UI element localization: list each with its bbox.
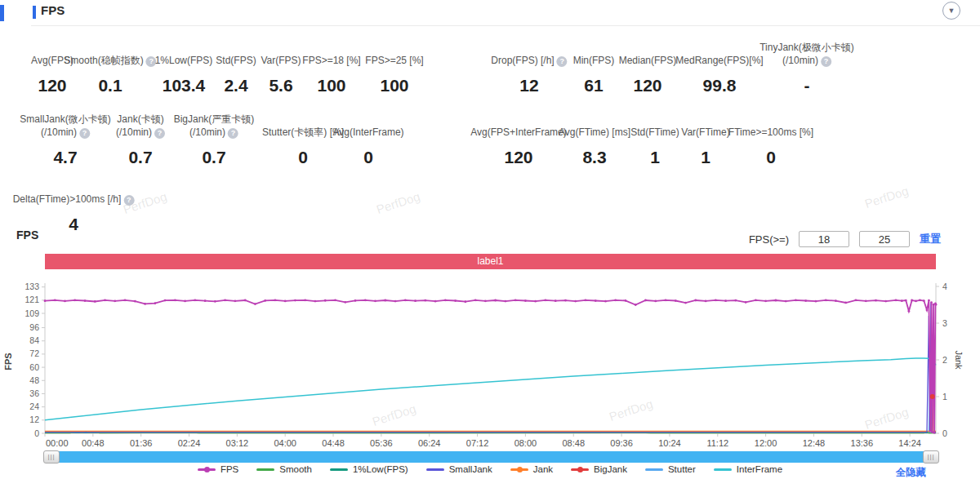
svg-text:10:24: 10:24: [658, 438, 681, 448]
svg-text:109: 109: [24, 308, 39, 318]
legend-swatch: [256, 468, 274, 471]
stat-value: 8.3: [582, 148, 606, 167]
svg-text:121: 121: [24, 295, 39, 304]
stat-value: -: [804, 76, 809, 95]
chart-scrollbar[interactable]: [45, 451, 936, 463]
svg-text:36: 36: [29, 388, 39, 398]
svg-text:0: 0: [942, 428, 947, 438]
scrollbar-right-grip[interactable]: [923, 450, 939, 463]
svg-text:07:12: 07:12: [466, 438, 489, 448]
chart-label-banner: label1: [45, 254, 936, 269]
legend-item-jank[interactable]: Jank: [510, 464, 553, 474]
stat-cell: SmallJank(微小卡顿)(/10min)?4.7: [20, 111, 110, 167]
help-icon[interactable]: ?: [123, 195, 134, 206]
svg-text:11:12: 11:12: [706, 438, 728, 448]
help-icon[interactable]: ?: [821, 56, 831, 67]
svg-text:84: 84: [29, 335, 39, 345]
legend-item-1-low-fps-[interactable]: 1%Low(FPS): [330, 464, 408, 474]
svg-text:1: 1: [942, 392, 947, 401]
fps-threshold-input-2[interactable]: [859, 231, 910, 247]
stat-cell: Var(FPS)5.6: [261, 39, 301, 95]
fps-chart: 012243648607284961091211330123400:0000:4…: [0, 280, 980, 448]
help-icon[interactable]: ?: [557, 56, 568, 67]
legend-swatch: [198, 468, 216, 471]
svg-text:08:00: 08:00: [514, 438, 537, 448]
stat-value: 0.7: [128, 148, 152, 167]
stat-value: 12: [519, 76, 538, 95]
legend-swatch: [426, 468, 444, 471]
legend-label: 1%Low(FPS): [353, 464, 408, 474]
legend-swatch: [510, 468, 528, 471]
help-icon[interactable]: ?: [79, 128, 90, 139]
stat-value: 2.4: [224, 76, 247, 95]
svg-text:2: 2: [942, 355, 947, 365]
collapse-section-button[interactable]: ▼: [942, 2, 960, 20]
svg-text:04:00: 04:00: [274, 438, 296, 448]
stat-label: TinyJank(极微小卡顿): [760, 41, 854, 54]
legend-label: Jank: [533, 464, 553, 474]
help-icon[interactable]: ?: [228, 128, 238, 139]
stat-label: Std(FTime): [630, 126, 679, 139]
stat-cell: Jank(卡顿)(/10min)?0.7: [116, 111, 165, 167]
stat-value: 120: [38, 76, 66, 95]
stat-label-line2: (/10min)?: [41, 126, 90, 139]
section-accent-bar: [33, 6, 36, 19]
stat-value: 5.6: [269, 76, 292, 95]
stat-label: BigJank(严重卡顿): [174, 113, 255, 126]
scrollbar-left-grip[interactable]: [43, 450, 60, 463]
reset-link[interactable]: 重置: [920, 232, 941, 246]
svg-text:13:36: 13:36: [851, 438, 874, 448]
legend-label: SmallJank: [449, 464, 492, 474]
stat-label: FPS>=25 [%]: [365, 54, 423, 67]
stat-cell: FPS>=18 [%]100: [302, 39, 360, 95]
stat-cell: Var(FTime)1: [681, 111, 729, 167]
stat-label-line2: (/10min)?: [782, 54, 831, 67]
stat-label: Avg(FTime) [ms]: [559, 126, 630, 139]
fps-threshold-controls: FPS(>=) 重置: [749, 231, 941, 247]
svg-text:00:48: 00:48: [82, 438, 105, 448]
svg-text:3: 3: [942, 318, 947, 328]
legend-item-smalljank[interactable]: SmallJank: [426, 464, 492, 474]
stat-cell: Std(FPS)2.4: [216, 39, 256, 95]
legend-item-bigjank[interactable]: BigJank: [571, 464, 627, 474]
svg-text:0: 0: [34, 428, 39, 438]
stat-cell: Smooth(稳帧指数)?0.1: [64, 39, 156, 95]
svg-text:00:00: 00:00: [46, 438, 69, 448]
stat-cell: FTime>=100ms [%]0: [728, 111, 813, 167]
stat-cell: Delta(FTime)>100ms [/h]?4: [13, 178, 135, 234]
stat-label: Avg(FPS+InterFrame): [470, 126, 566, 139]
fps-threshold-label: FPS(>=): [749, 233, 789, 246]
legend-label: Stutter: [668, 464, 696, 474]
fps-threshold-input-1[interactable]: [799, 231, 849, 247]
stat-label: FPS>=18 [%]: [302, 54, 360, 67]
stat-label: SmallJank(微小卡顿): [20, 113, 110, 126]
stat-label-line2: (/10min)?: [116, 126, 165, 139]
stat-label: Smooth(稳帧指数)?: [64, 54, 156, 67]
stat-label: Min(FPS): [573, 54, 615, 67]
stats-row-1: Avg(FPS)120Smooth(稳帧指数)?0.11%Low(FPS)103…: [0, 39, 980, 103]
svg-text:06:24: 06:24: [418, 438, 441, 448]
stat-value: 100: [317, 76, 345, 95]
caret-down-icon: ▼: [948, 7, 956, 15]
stat-value: 103.4: [163, 76, 206, 95]
legend-item-stutter[interactable]: Stutter: [645, 464, 696, 474]
legend-item-fps[interactable]: FPS: [198, 464, 238, 474]
svg-text:FPS: FPS: [3, 353, 13, 370]
legend-item-smooth[interactable]: Smooth: [256, 464, 312, 474]
header-divider: [31, 25, 980, 26]
stat-value: 4.7: [53, 148, 77, 167]
svg-text:72: 72: [29, 348, 39, 358]
stat-label: Delta(FTime)>100ms [/h]?: [13, 193, 135, 206]
svg-text:Jank: Jank: [954, 350, 964, 370]
svg-text:02:24: 02:24: [178, 438, 201, 448]
stat-label: Stutter(卡顿率) [%]: [262, 126, 344, 139]
stat-cell: Avg(InterFrame)0: [332, 111, 403, 167]
stat-value: 0.7: [202, 148, 225, 167]
stat-cell: Std(FTime)1: [630, 111, 679, 167]
help-icon[interactable]: ?: [154, 128, 165, 139]
svg-text:12:48: 12:48: [803, 438, 826, 448]
stat-value: 1: [701, 148, 710, 167]
legend-item-interframe[interactable]: InterFrame: [714, 464, 782, 474]
hide-all-link[interactable]: 全隐藏: [896, 466, 927, 479]
chart-title: FPS: [16, 228, 38, 242]
